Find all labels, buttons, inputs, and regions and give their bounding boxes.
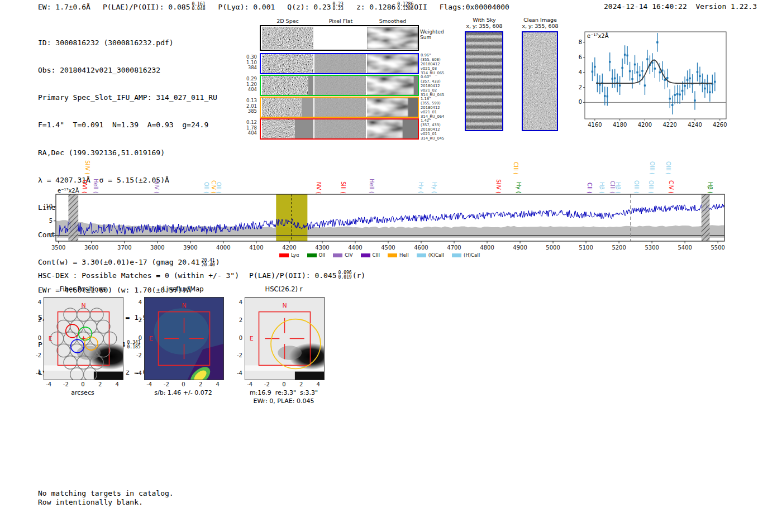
hsc-r-panel-ytick: 0 bbox=[229, 335, 242, 341]
spectrum-xtick: 5100 bbox=[579, 245, 593, 251]
legend-item: CIV bbox=[333, 252, 352, 258]
inset-ytick: 0 bbox=[569, 99, 582, 105]
legend-label: CIII bbox=[373, 252, 380, 258]
legend-swatch bbox=[361, 253, 370, 257]
fiber-row-2 bbox=[260, 75, 419, 96]
spectrum-xtick: 5000 bbox=[546, 245, 560, 251]
lineflux-map-panel-ytick: 4 bbox=[128, 299, 142, 305]
fiber-positions-panel-ytick: -2 bbox=[28, 352, 41, 358]
info-seeing: F=1.4" T=0.091 N=1.39 A=0.93 g=24.9 bbox=[38, 121, 220, 130]
elixer-report-page: EW: 1.7±0.6Å P(LAE)/P(OII): 0.085 0.1610… bbox=[0, 0, 782, 532]
spectrum-xtick: 3900 bbox=[183, 245, 197, 251]
inset-xtick: 4220 bbox=[663, 122, 677, 128]
weighted-sum-label: WeightedSum bbox=[420, 29, 444, 40]
fiber-positions-panel-xtick: 0 bbox=[81, 381, 84, 387]
fiber-row-1-weights: 0.301.10384 bbox=[245, 55, 257, 71]
spectrum-xtick: 4100 bbox=[249, 245, 263, 251]
spectrum-xtick: 3600 bbox=[84, 245, 98, 251]
emission-line-label: HeII ( bbox=[93, 179, 99, 194]
spectrum-xtick: 4500 bbox=[381, 245, 395, 251]
fiber-row-1 bbox=[260, 53, 419, 74]
info-obs: Obs: 20180412v021_3000816232 bbox=[38, 66, 220, 75]
legend-label: (K)CaII bbox=[428, 252, 444, 258]
spectrum-xtick: 4800 bbox=[480, 245, 494, 251]
emission-line-label: SiIV ( bbox=[154, 179, 160, 194]
lineflux-map-panel-ytick: -2 bbox=[128, 352, 142, 358]
spectrum-xtick: 4000 bbox=[216, 245, 230, 251]
legend-item: HeII bbox=[388, 252, 409, 258]
legend-swatch bbox=[279, 253, 289, 257]
spectrum-xtick: 4300 bbox=[315, 245, 329, 251]
hsc-r-panel-xtick: 4 bbox=[317, 381, 320, 387]
footer-notes: No matching targets in catalog. Row inte… bbox=[38, 489, 174, 506]
fiber-positions-panel-xtick: 2 bbox=[98, 381, 102, 387]
emission-line-label: Hγ ( bbox=[431, 182, 437, 194]
spectrum-ylabel: e⁻¹⁷x2Å bbox=[58, 188, 79, 194]
emission-line-label: Hγ ( bbox=[418, 182, 424, 194]
flags-value: Flags:0x00004000 bbox=[440, 3, 509, 11]
lineflux-map-panel-ytick: -4 bbox=[128, 370, 142, 376]
spectrum-xtick: 3700 bbox=[117, 245, 131, 251]
emission-line-label: NV ( bbox=[316, 182, 322, 194]
spectrum-xtick: 4400 bbox=[348, 245, 362, 251]
emission-line-label: SiIV ( bbox=[495, 179, 502, 194]
hsc-r-panel-ytick: -4 bbox=[229, 370, 242, 376]
inset-xtick: 4180 bbox=[613, 122, 627, 128]
col-header-2dspec: 2D Spec bbox=[268, 18, 307, 24]
fiber-row-4 bbox=[260, 118, 419, 140]
fiber-row-3 bbox=[260, 97, 419, 118]
fiber-positions-panel-image: NE bbox=[44, 297, 123, 380]
legend-swatch bbox=[417, 253, 426, 257]
inset-ytick: 2 bbox=[569, 84, 582, 90]
clean-image-title: Clean Imagex, y: 355, 608 bbox=[515, 17, 565, 29]
inset-ytick: 8 bbox=[569, 39, 582, 45]
legend-label: CIV bbox=[345, 252, 352, 258]
emission-line-label: SiIV ( bbox=[84, 160, 90, 175]
inset-xtick: 4200 bbox=[638, 122, 652, 128]
emission-line-label: Hβ ( bbox=[615, 182, 621, 194]
lineflux-map-panel-xtick: 0 bbox=[182, 381, 185, 387]
full-spectrum-plot: 3500360037003800390040004100420043004400… bbox=[0, 151, 782, 262]
legend-item: CIII bbox=[361, 252, 380, 258]
legend-label: (H)CaII bbox=[464, 252, 480, 258]
emission-line-label: OIII ( bbox=[633, 180, 640, 194]
fiber-positions-panel-xtick: 4 bbox=[116, 381, 119, 387]
inset-xtick: 4260 bbox=[713, 122, 727, 128]
info-id: ID: 3000816232 (3000816232.pdf) bbox=[38, 39, 220, 47]
svg-text:N: N bbox=[81, 302, 85, 309]
hsc-r-panel: NE-4-4-2-2002244HSC(26.2) rm:16.9 re:3.3… bbox=[245, 282, 356, 410]
hsc-r-panel-ytick: 4 bbox=[229, 299, 242, 305]
emission-line-label: OIII ( bbox=[649, 161, 655, 175]
legend-swatch bbox=[307, 253, 317, 257]
lineflux-map-panel-image: NE bbox=[144, 297, 224, 380]
hsc-caption-1: m:16.9 re:3.3" s:3.3" bbox=[228, 389, 340, 396]
info-ifu-amp: Primary Spec_Slot_IFU_AMP: 314_027_011_R… bbox=[38, 93, 220, 102]
spectrum-xtick: 5200 bbox=[612, 245, 626, 251]
spectrum-xtick: 4600 bbox=[414, 245, 428, 251]
legend-item: Lyα bbox=[279, 252, 299, 258]
lineflux-map-panel-xtick: 4 bbox=[216, 381, 220, 387]
legend-swatch bbox=[333, 253, 342, 257]
footer-line-1: No matching targets in catalog. bbox=[38, 489, 174, 498]
fiber-row-3-meta: 1.13"(355, 599)20180412v021_01314_RU_064 bbox=[421, 97, 444, 119]
fiber-positions-xlabel: arcsecs bbox=[32, 389, 133, 396]
fiber-positions-panel-ytick: 0 bbox=[28, 335, 41, 341]
legend-swatch bbox=[452, 253, 461, 257]
with-sky-image bbox=[465, 31, 503, 131]
inset-ylabel: e⁻¹⁷x2Å bbox=[587, 33, 609, 39]
hsc-r-panel-image: NE bbox=[245, 297, 325, 380]
header-summary-line: EW: 1.7±0.6Å P(LAE)/P(OII): 0.085 0.1610… bbox=[38, 2, 509, 11]
legend-label: HeII bbox=[399, 252, 409, 258]
weighted-sum-row bbox=[260, 25, 419, 51]
legend-swatch bbox=[388, 253, 397, 257]
spectrum-ytick: 0 bbox=[39, 232, 53, 238]
inset-ytick: 6 bbox=[569, 54, 582, 60]
clean-image bbox=[522, 31, 558, 131]
emission-line-label: HeII ( bbox=[369, 179, 375, 194]
fiber-row-2-meta: 0.60"(357, 433)20180412v021_02314_RU_045 bbox=[421, 75, 444, 97]
spectrum-xtick: 5500 bbox=[711, 245, 724, 251]
qz-value: Q(z): 0.23 0.230.23 bbox=[287, 2, 344, 11]
inset-xtick: 4240 bbox=[688, 122, 702, 128]
svg-text:E: E bbox=[49, 335, 53, 342]
emission-line-label: Hβ ( bbox=[707, 182, 713, 194]
